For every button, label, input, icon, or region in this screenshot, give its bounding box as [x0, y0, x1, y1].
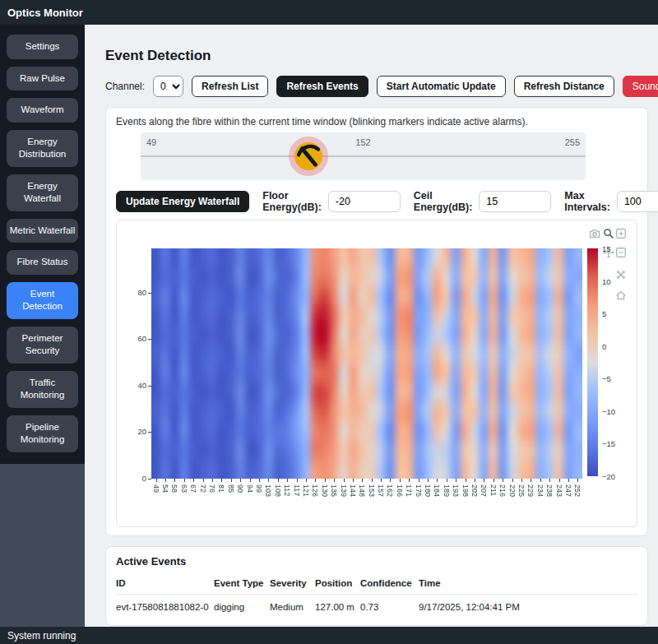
x-tick-mark: [240, 479, 241, 482]
x-tick-mark: [456, 479, 456, 482]
x-tick-label: 139: [340, 484, 348, 497]
slider-mid-label: 152: [355, 137, 370, 147]
x-tick-mark: [503, 479, 503, 482]
x-tick-label: 72: [199, 484, 207, 493]
table-cell: Medium: [270, 602, 315, 612]
x-tick-label: 144: [349, 484, 357, 497]
x-tick-label: 234: [536, 484, 544, 497]
refresh-distance-button[interactable]: Refresh Distance: [514, 76, 614, 97]
active-events-table: IDEvent TypeSeverityPositionConfidenceTi…: [116, 574, 637, 617]
x-tick-mark: [381, 479, 382, 482]
x-tick-label: 202: [470, 484, 479, 497]
zoom-in-icon[interactable]: [615, 228, 627, 239]
zoom-out-icon[interactable]: [615, 247, 627, 258]
sidebar-item-fibre-status[interactable]: Fibre Status: [7, 250, 78, 275]
x-tick-label: 76: [208, 484, 216, 493]
x-tick-mark: [268, 479, 269, 482]
x-tick-label: 180: [424, 484, 432, 497]
column-header: Position: [315, 578, 360, 588]
x-tick-mark: [568, 479, 569, 482]
x-tick-mark: [362, 479, 363, 482]
column-header: Event Type: [214, 578, 270, 588]
events-panel: Events along the fibre within the curren…: [105, 107, 648, 536]
table-cell: 9/17/2025, 12:04:41 PM: [419, 602, 637, 612]
status-bar: System running: [0, 627, 658, 644]
colorbar-tick-label: 10: [602, 276, 611, 285]
x-tick-label: 63: [180, 484, 188, 493]
x-tick-mark: [212, 479, 213, 482]
x-tick-mark: [174, 479, 175, 482]
x-tick-label: 220: [508, 484, 517, 497]
refresh-list-button[interactable]: Refresh List: [192, 76, 268, 97]
autoscale-icon[interactable]: [615, 269, 627, 280]
channel-select[interactable]: 0: [153, 76, 183, 97]
x-tick-label: 58: [170, 484, 178, 493]
sidebar-item-event-detection[interactable]: Event Detection: [7, 282, 78, 319]
x-tick-mark: [259, 479, 260, 482]
x-tick-label: 130: [321, 484, 329, 497]
x-tick-label: 54: [161, 484, 169, 493]
x-tick-mark: [203, 479, 204, 482]
floor-energy-label: Floor Energy(dB):: [262, 190, 322, 213]
x-tick-label: 112: [283, 484, 291, 496]
home-icon[interactable]: [615, 290, 627, 301]
sidebar-item-raw-pulse[interactable]: Raw Pulse: [7, 67, 78, 91]
sidebar-item-perimeter-security[interactable]: Perimeter Security: [7, 327, 78, 364]
sidebar-item-waveform[interactable]: Waveform: [7, 98, 78, 123]
x-tick-mark: [353, 479, 354, 482]
x-tick-mark: [334, 479, 335, 482]
max-intervals-input[interactable]: [617, 191, 658, 212]
x-tick-mark: [297, 479, 298, 482]
ceil-energy-input[interactable]: [479, 191, 551, 212]
x-tick-label: 49: [152, 484, 160, 493]
refresh-events-button[interactable]: Refresh Events: [276, 76, 368, 97]
camera-icon[interactable]: [589, 228, 600, 239]
x-tick-mark: [221, 479, 222, 482]
x-tick-label: 252: [573, 484, 582, 497]
sidebar-item-traffic-monitoring[interactable]: Traffic Monitoring: [7, 371, 78, 408]
event-marker[interactable]: [294, 142, 322, 170]
x-tick-label: 247: [564, 484, 572, 497]
colorbar: [587, 248, 598, 476]
x-tick-label: 171: [405, 484, 413, 497]
x-tick-mark: [549, 479, 550, 482]
column-header: Severity: [270, 578, 315, 588]
x-tick-label: 94: [246, 484, 254, 493]
zoom-icon[interactable]: [603, 228, 614, 239]
y-tick-label: 20: [117, 427, 146, 436]
sidebar-item-pipeline-monitoring[interactable]: Pipeline Monitoring: [7, 415, 78, 452]
sound-alarm-button[interactable]: Sound alarm: On: [623, 76, 658, 97]
heatmap-plot[interactable]: [151, 248, 582, 479]
x-tick-label: 198: [461, 484, 470, 497]
sidebar-item-metric-waterfall[interactable]: Metric Waterfall: [7, 219, 78, 243]
x-tick-mark: [559, 479, 560, 482]
x-tick-label: 121: [302, 484, 310, 497]
x-tick-mark: [577, 479, 578, 482]
x-tick-label: 148: [358, 484, 366, 497]
table-row[interactable]: evt-1758081881082-0diggingMedium127.00 m…: [116, 595, 637, 617]
sidebar-item-energy-waterfall[interactable]: Energy Waterfall: [7, 174, 78, 211]
status-text: System running: [7, 630, 76, 642]
x-tick-mark: [437, 479, 438, 482]
y-tick-mark: [148, 293, 151, 294]
pickaxe-icon: [294, 142, 322, 170]
colorbar-tick-label: −5: [602, 374, 611, 383]
floor-energy-input[interactable]: [328, 191, 401, 212]
y-tick-label: 40: [117, 381, 146, 390]
channel-label: Channel:: [105, 81, 145, 92]
sidebar-item-settings[interactable]: Settings: [7, 35, 78, 59]
x-tick-mark: [344, 479, 345, 482]
x-tick-mark: [540, 479, 541, 482]
slider-min-label: 49: [146, 137, 156, 147]
update-energy-waterfall-button[interactable]: Update Energy Waterfall: [116, 191, 249, 212]
x-tick-label: 243: [555, 484, 563, 497]
x-tick-label: 81: [217, 484, 225, 493]
y-tick-mark: [148, 479, 151, 480]
sidebar-item-energy-distribution[interactable]: Energy Distribution: [7, 130, 78, 167]
y-tick-mark: [148, 339, 151, 340]
x-tick-mark: [475, 479, 475, 482]
x-tick-label: 207: [480, 484, 488, 497]
fibre-position-slider[interactable]: 49 152 255: [141, 132, 586, 180]
start-automatic-update-button[interactable]: Start Automatic Update: [377, 76, 506, 97]
x-tick-mark: [400, 479, 401, 482]
